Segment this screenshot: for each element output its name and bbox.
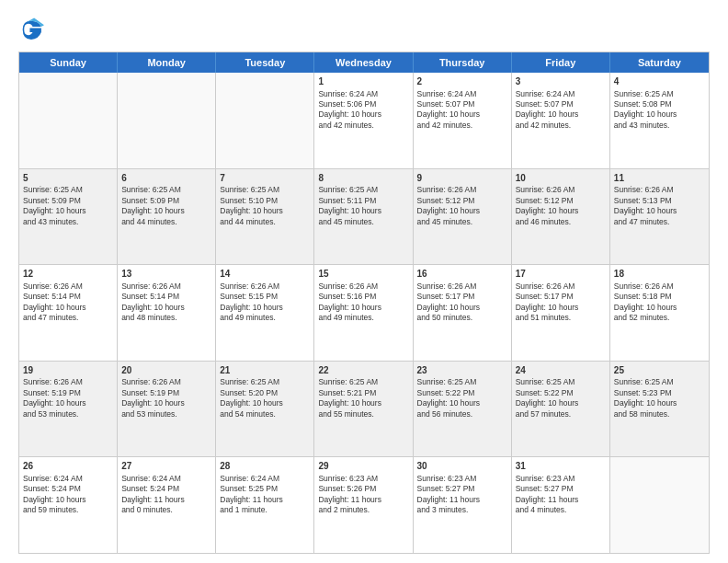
day-info: Sunrise: 6:26 AM xyxy=(318,282,408,292)
day-info: Daylight: 10 hours xyxy=(417,398,507,408)
day-number: 23 xyxy=(417,364,507,377)
day-number: 22 xyxy=(318,364,408,377)
day-cell: 8Sunrise: 6:25 AMSunset: 5:11 PMDaylight… xyxy=(314,169,413,265)
day-info: Sunrise: 6:26 AM xyxy=(121,377,211,387)
day-info: and 42 minutes. xyxy=(318,121,408,131)
day-info: and 42 minutes. xyxy=(417,121,507,131)
day-info: Daylight: 10 hours xyxy=(318,109,408,120)
day-info: Sunset: 5:15 PM xyxy=(220,292,310,302)
day-info: Daylight: 10 hours xyxy=(516,398,606,408)
day-info: and 47 minutes. xyxy=(23,313,113,323)
day-info: Daylight: 11 hours xyxy=(516,495,606,505)
empty-cell xyxy=(610,457,709,553)
header xyxy=(18,17,710,42)
day-info: Daylight: 11 hours xyxy=(318,495,408,505)
day-info: Sunset: 5:14 PM xyxy=(23,292,113,302)
day-info: Sunset: 5:24 PM xyxy=(23,484,113,494)
day-info: Daylight: 10 hours xyxy=(417,109,507,120)
day-info: Sunset: 5:23 PM xyxy=(614,388,705,398)
day-info: Sunrise: 6:26 AM xyxy=(23,282,113,292)
day-number: 27 xyxy=(121,460,211,473)
day-info: Sunrise: 6:25 AM xyxy=(614,89,705,99)
day-cell: 6Sunrise: 6:25 AMSunset: 5:09 PMDaylight… xyxy=(118,169,216,265)
day-number: 11 xyxy=(614,172,705,185)
day-info: Sunset: 5:17 PM xyxy=(417,292,507,302)
day-cell: 1Sunrise: 6:24 AMSunset: 5:06 PMDaylight… xyxy=(314,73,413,168)
day-info: Sunset: 5:07 PM xyxy=(516,99,606,109)
day-info: Daylight: 10 hours xyxy=(318,398,408,408)
day-info: Sunrise: 6:26 AM xyxy=(614,282,705,292)
day-info: Sunset: 5:06 PM xyxy=(318,99,408,109)
day-number: 26 xyxy=(23,460,113,473)
day-info: Daylight: 10 hours xyxy=(23,495,113,505)
day-cell: 13Sunrise: 6:26 AMSunset: 5:14 PMDayligh… xyxy=(118,265,216,361)
empty-cell xyxy=(19,73,118,168)
day-info: Sunrise: 6:25 AM xyxy=(318,185,408,195)
weekday-header: Saturday xyxy=(610,52,709,73)
day-cell: 31Sunrise: 6:23 AMSunset: 5:27 PMDayligh… xyxy=(512,457,610,553)
day-cell: 19Sunrise: 6:26 AMSunset: 5:19 PMDayligh… xyxy=(19,362,118,457)
weekday-header: Thursday xyxy=(414,52,512,73)
weekday-header: Wednesday xyxy=(314,52,413,73)
day-cell: 24Sunrise: 6:25 AMSunset: 5:22 PMDayligh… xyxy=(512,362,610,457)
day-info: and 56 minutes. xyxy=(417,409,507,419)
day-info: Sunset: 5:08 PM xyxy=(614,99,705,109)
day-info: Sunrise: 6:26 AM xyxy=(417,282,507,292)
day-info: Sunset: 5:14 PM xyxy=(121,292,211,302)
day-info: Daylight: 10 hours xyxy=(23,206,113,216)
day-info: Daylight: 11 hours xyxy=(121,495,211,505)
day-number: 5 xyxy=(23,172,113,185)
day-number: 14 xyxy=(220,268,310,281)
day-info: Sunset: 5:24 PM xyxy=(121,484,211,494)
day-info: Daylight: 11 hours xyxy=(220,495,310,505)
day-number: 13 xyxy=(121,268,211,281)
day-info: and 51 minutes. xyxy=(516,313,606,323)
day-number: 2 xyxy=(417,75,507,88)
day-number: 10 xyxy=(516,172,606,185)
day-info: Sunrise: 6:24 AM xyxy=(121,474,211,484)
calendar-row: 12Sunrise: 6:26 AMSunset: 5:14 PMDayligh… xyxy=(19,265,709,362)
day-info: Daylight: 10 hours xyxy=(220,398,310,408)
day-info: Sunrise: 6:24 AM xyxy=(23,474,113,484)
day-info: Daylight: 10 hours xyxy=(220,303,310,313)
day-cell: 25Sunrise: 6:25 AMSunset: 5:23 PMDayligh… xyxy=(610,362,709,457)
day-cell: 22Sunrise: 6:25 AMSunset: 5:21 PMDayligh… xyxy=(314,362,413,457)
weekday-header: Tuesday xyxy=(216,52,314,73)
day-number: 12 xyxy=(23,268,113,281)
day-info: Daylight: 10 hours xyxy=(516,303,606,313)
day-info: Sunrise: 6:25 AM xyxy=(614,377,705,387)
weekday-header: Friday xyxy=(512,52,610,73)
day-cell: 10Sunrise: 6:26 AMSunset: 5:12 PMDayligh… xyxy=(512,169,610,265)
day-number: 9 xyxy=(417,172,507,185)
day-info: Sunrise: 6:26 AM xyxy=(220,282,310,292)
day-info: Daylight: 10 hours xyxy=(417,303,507,313)
day-info: Sunrise: 6:25 AM xyxy=(318,377,408,387)
day-info: and 53 minutes. xyxy=(121,409,211,419)
day-info: Sunrise: 6:25 AM xyxy=(417,377,507,387)
day-cell: 3Sunrise: 6:24 AMSunset: 5:07 PMDaylight… xyxy=(512,73,610,168)
day-number: 8 xyxy=(318,172,408,185)
day-info: and 4 minutes. xyxy=(516,505,606,515)
day-info: and 3 minutes. xyxy=(417,505,507,515)
day-info: Sunrise: 6:24 AM xyxy=(516,89,606,99)
day-info: and 53 minutes. xyxy=(23,409,113,419)
day-info: Sunrise: 6:25 AM xyxy=(23,185,113,195)
day-info: Sunset: 5:10 PM xyxy=(220,196,310,206)
day-info: Daylight: 10 hours xyxy=(516,206,606,216)
day-info: Sunrise: 6:24 AM xyxy=(417,89,507,99)
day-info: Sunset: 5:07 PM xyxy=(417,99,507,109)
day-info: and 46 minutes. xyxy=(516,217,606,227)
day-info: Sunset: 5:27 PM xyxy=(417,484,507,494)
weekday-header: Monday xyxy=(118,52,216,73)
calendar-body: 1Sunrise: 6:24 AMSunset: 5:06 PMDaylight… xyxy=(19,73,709,553)
day-info: Sunset: 5:09 PM xyxy=(23,196,113,206)
day-info: and 42 minutes. xyxy=(516,121,606,131)
day-info: Sunrise: 6:25 AM xyxy=(516,377,606,387)
day-info: and 59 minutes. xyxy=(23,505,113,515)
day-info: Daylight: 10 hours xyxy=(23,303,113,313)
day-cell: 20Sunrise: 6:26 AMSunset: 5:19 PMDayligh… xyxy=(118,362,216,457)
logo-icon xyxy=(18,17,44,42)
day-info: Daylight: 10 hours xyxy=(318,206,408,216)
day-number: 28 xyxy=(220,460,310,473)
day-number: 31 xyxy=(516,460,606,473)
